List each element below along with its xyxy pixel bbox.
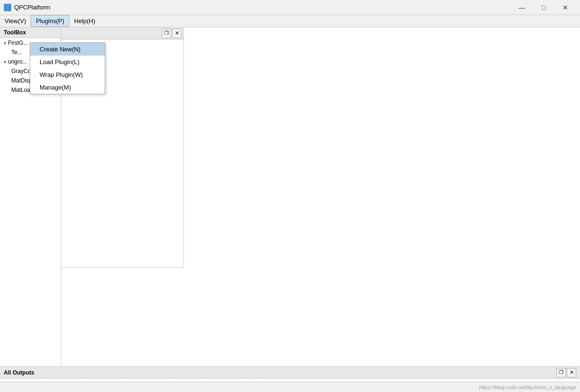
window-title: QPCPlatform	[14, 4, 511, 11]
tree-label-ungro: ungro...	[8, 58, 27, 65]
toolbox-header: ToolBox	[0, 27, 61, 38]
workspace-close-button[interactable]: ✕	[172, 29, 182, 38]
plugins-dropdown: Create New(N) Load Plugin(L) Wrap Plugin…	[30, 42, 105, 94]
menu-view[interactable]: View(V)	[0, 15, 31, 27]
menu-help[interactable]: Help(H)	[69, 15, 100, 27]
tree-toggle-ungro: ▾	[4, 59, 6, 65]
close-button[interactable]: ✕	[555, 0, 576, 15]
title-bar: QPCPlatform — □ ✕	[0, 0, 580, 15]
workspace-panel-header: ❐ ✕	[61, 27, 183, 40]
maximize-button[interactable]: □	[533, 0, 555, 15]
status-url: https://blog.csdn.net/lity.in/xin_c_lang…	[479, 384, 576, 390]
menu-create-new[interactable]: Create New(N)	[30, 43, 105, 56]
tree-label-firstg: FirstG...	[8, 40, 28, 46]
menu-load-plugin[interactable]: Load Plugin(L)	[30, 56, 105, 68]
status-bar: https://blog.csdn.net/lity.in/xin_c_lang…	[0, 382, 580, 392]
menu-wrap-plugin[interactable]: Wrap Plugin(W)	[30, 68, 105, 81]
menu-manage[interactable]: Manage(M)	[30, 81, 105, 94]
app-icon	[4, 4, 11, 11]
workspace: ❐ ✕	[61, 27, 580, 366]
menu-plugins[interactable]: Plugins(P)	[31, 15, 69, 27]
bottom-panel-header: All Outputs ❐ ✕	[0, 367, 580, 379]
workspace-restore-button[interactable]: ❐	[162, 29, 171, 38]
bottom-close-button[interactable]: ✕	[567, 368, 576, 377]
bottom-panel-title: All Outputs	[4, 369, 34, 376]
menu-bar: View(V) Plugins(P) Help(H) Create New(N)…	[0, 15, 580, 27]
tree-toggle-firstg: ▾	[4, 41, 6, 46]
window-controls: — □ ✕	[511, 0, 576, 15]
tree-label-te: Te...	[11, 49, 22, 56]
bottom-panel-controls: ❐ ✕	[556, 368, 576, 377]
bottom-restore-button[interactable]: ❐	[556, 368, 566, 377]
minimize-button[interactable]: —	[511, 0, 533, 15]
